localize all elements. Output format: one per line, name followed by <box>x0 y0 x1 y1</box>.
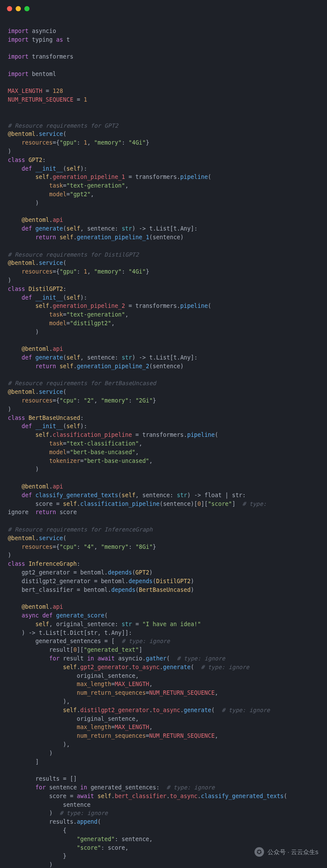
bert-score-key: "score" <box>208 501 232 507</box>
comment-graph: # Resource requirements for InferenceGra… <box>8 526 152 533</box>
distil-api-fn: generate <box>36 354 63 361</box>
dep-distil: distilgpt2_generator <box>22 578 91 584</box>
const-maxlen: MAX_LENGTH <box>8 88 42 94</box>
import-bentoml: bentoml <box>32 71 56 77</box>
score-key: "score" <box>77 845 101 851</box>
class-bert: BertBaseUncased <box>29 415 80 421</box>
type-ignore-4: # type: ignore <box>221 707 270 713</box>
import-transformers: transformers <box>32 53 73 60</box>
bert-api-fn: classify_generated_texts <box>36 492 119 498</box>
typing-alias: t <box>66 36 70 43</box>
gpt2-mem: "4Gi" <box>129 139 146 146</box>
gpt2-gpu: 1 <box>84 139 87 146</box>
minimize-icon[interactable] <box>16 6 21 11</box>
gen-text-key: "generated_text" <box>84 647 139 653</box>
bert-task: "text-classification" <box>66 440 139 447</box>
close-icon[interactable] <box>7 6 12 11</box>
window-chrome <box>0 0 327 16</box>
graph-cpu: "4" <box>84 544 94 550</box>
class-gpt2: GPT2 <box>29 157 43 163</box>
bert-cpu: "2" <box>84 397 94 404</box>
distil-model: "distilgpt2" <box>70 320 111 327</box>
comment-distil: # Resource requirements for DistilGPT2 <box>8 251 139 258</box>
bert-tokenizer: "bert-base-uncased" <box>84 458 149 464</box>
watermark: ✪ 公众号 · 云云众生s <box>254 847 318 857</box>
dep-gpt2: gpt2_generator <box>22 569 70 576</box>
graph-mem: "8Gi" <box>135 544 153 550</box>
const-maxlen-val: 128 <box>53 88 63 94</box>
comment-gpt2: # Resource requirements for GPT2 <box>8 122 118 129</box>
gpt2-model: "gpt2" <box>70 191 91 198</box>
dep-bert: bert_classifier <box>22 587 73 593</box>
distil-pipe: generation_pipeline_2 <box>53 303 125 309</box>
type-ignore-1: # type: ignore <box>122 638 170 644</box>
bert-mem: "2Gi" <box>135 397 153 404</box>
default-sentence: "I have an idea!" <box>142 621 201 627</box>
graph-api-fn: generate_score <box>56 612 104 619</box>
dep-distil-cls: DistilGPT2 <box>156 578 190 584</box>
import-asyncio: asyncio <box>32 28 56 34</box>
gpt2-api-fn: generate <box>36 225 63 232</box>
watermark-label: 公众号 · 云云众生s <box>268 848 318 857</box>
type-ignore-6: # type: ignore <box>59 810 108 816</box>
import-typing: typing <box>32 36 53 43</box>
comment-bert: # Resource requirements for BertBaseUnca… <box>8 380 156 386</box>
gpt2-task: "text-generation" <box>66 182 125 189</box>
bert-model: "bert-base-uncased" <box>70 449 135 455</box>
distil-mem: "4Gi" <box>129 268 146 275</box>
gpt2-ret: t.List[t.Any] <box>149 225 194 232</box>
type-ignore-partial: # type: <box>242 501 267 507</box>
dep-gpt2-cls: GPT2 <box>135 569 149 576</box>
wechat-icon: ✪ <box>254 847 264 857</box>
const-nrs-val: 1 <box>84 96 87 103</box>
type-ignore-5: # type: ignore <box>166 784 215 791</box>
distil-gpu: 1 <box>84 268 87 275</box>
graph-ret: t.List[t.Dict[str, t.Any]] <box>39 630 128 636</box>
const-nrs: NUM_RETURN_SEQUENCE <box>8 96 73 103</box>
ignore-word: ignore <box>8 509 29 515</box>
gpt2-pipe: generation_pipeline_1 <box>53 174 125 180</box>
bert-pipe: classification_pipeline <box>53 432 132 438</box>
dep-bert-cls: BertBaseUncased <box>139 587 191 593</box>
class-distil: DistilGPT2 <box>29 286 63 292</box>
distil-task: "text-generation" <box>66 311 125 318</box>
code-block: import asyncio import typing as t import… <box>0 16 327 868</box>
distil-ret: t.List[t.Any] <box>149 354 194 361</box>
maximize-icon[interactable] <box>24 6 30 11</box>
class-graph: InferenceGraph <box>29 561 77 567</box>
type-ignore-3: # type: ignore <box>201 664 249 670</box>
bert-ret: float | str <box>205 492 242 498</box>
type-ignore-2: # type: ignore <box>177 655 225 662</box>
gen-key: "generated" <box>77 836 115 842</box>
